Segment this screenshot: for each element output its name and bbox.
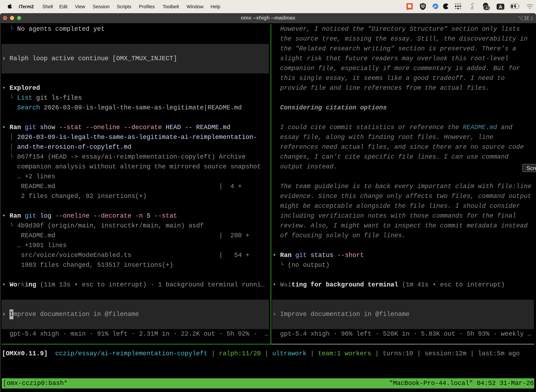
svg-text:1: 1 (530, 16, 533, 21)
svg-text:..61: ..61 (484, 6, 489, 10)
